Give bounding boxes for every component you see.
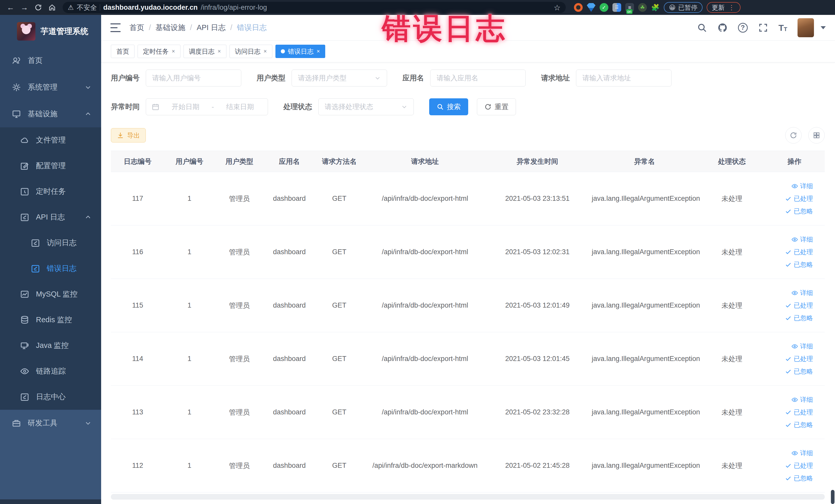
sidebar-item-redis-monitor[interactable]: Redis 监控 — [0, 307, 101, 333]
row-action-detail[interactable]: 详细 — [791, 396, 813, 404]
sidebar-item-cron-job[interactable]: 定时任务 — [0, 179, 101, 204]
cell-time: 2021-05-03 12:02:31 — [486, 248, 589, 256]
extension-icon[interactable] — [574, 3, 583, 12]
row-action-processed[interactable]: 已处理 — [785, 248, 813, 256]
sidebar-scrollbar[interactable] — [0, 499, 101, 504]
date-start-placeholder[interactable]: 开始日期 — [163, 102, 208, 112]
column-settings-button[interactable] — [808, 127, 825, 143]
github-icon[interactable] — [717, 23, 728, 33]
sidebar-item-file-manage[interactable]: 文件管理 — [0, 127, 101, 153]
page-scrollbar-thumb[interactable] — [831, 490, 834, 504]
tag-error-log[interactable]: 错误日志× — [276, 45, 325, 58]
tag-access-log[interactable]: 访问日志× — [229, 45, 272, 58]
cell-app-name: dashboard — [264, 408, 314, 416]
close-icon[interactable]: × — [218, 48, 221, 55]
cell-status: 未处理 — [700, 354, 764, 364]
cell-user-type: 管理员 — [214, 408, 264, 417]
sidebar-item-mysql-monitor[interactable]: MySQL 监控 — [0, 281, 101, 307]
tag-cron-job[interactable]: 定时任务× — [138, 45, 180, 58]
header-actions: ? TT — [697, 18, 826, 37]
user-avatar[interactable] — [797, 18, 814, 37]
paused-extension-pill[interactable]: 😀 已暂停 — [664, 2, 702, 13]
extension-icon[interactable]: ⠿ — [612, 3, 621, 12]
row-action-ignored[interactable]: 已忽略 — [785, 314, 813, 322]
sidebar-item-infra[interactable]: 基础设施 — [0, 101, 101, 127]
row-action-ignored[interactable]: 已忽略 — [785, 421, 813, 429]
extension-icon[interactable] — [587, 3, 595, 12]
sidebar-menu: 首页 系统管理 基础设施 文件管理 — [0, 47, 101, 504]
row-action-processed[interactable]: 已处理 — [785, 461, 813, 470]
row-action-detail[interactable]: 详细 — [791, 342, 813, 350]
cell-user-type: 管理员 — [214, 301, 264, 310]
close-icon[interactable]: × — [317, 48, 320, 55]
row-action-processed[interactable]: 已处理 — [785, 355, 813, 363]
export-button[interactable]: 导出 — [111, 128, 146, 142]
user-type-select[interactable]: 请选择用户类型 — [291, 69, 387, 86]
exception-time-range-picker[interactable]: 开始日期 - 结束日期 — [146, 98, 268, 115]
browser-back-button[interactable]: ← — [5, 2, 16, 13]
browser-menu-kebab-icon[interactable]: ⋮ — [728, 4, 735, 12]
user-id-label: 用户编号 — [111, 73, 140, 83]
col-time: 异常发生时间 — [486, 157, 589, 166]
breadcrumb-infra[interactable]: 基础设施 — [156, 23, 185, 33]
tag-schedule-log[interactable]: 调度日志× — [184, 45, 226, 58]
extensions-puzzle-icon[interactable]: 🧩 — [651, 3, 660, 12]
sidebar-item-dev-tools[interactable]: 研发工具 — [0, 410, 101, 437]
extension-icon[interactable]: ✓ — [599, 3, 608, 12]
row-action-ignored[interactable]: 已忽略 — [785, 260, 813, 269]
browser-reload-button[interactable] — [32, 2, 44, 13]
table-horizontal-scrollbar[interactable] — [111, 494, 825, 500]
row-action-processed[interactable]: 已处理 — [785, 301, 813, 310]
row-action-detail[interactable]: 详细 — [791, 288, 813, 297]
date-end-placeholder[interactable]: 结束日期 — [218, 102, 262, 112]
font-size-icon[interactable]: TT — [778, 23, 787, 32]
search-icon[interactable] — [697, 23, 707, 33]
row-action-detail[interactable]: 详细 — [791, 182, 813, 190]
row-action-detail[interactable]: 详细 — [791, 449, 813, 457]
sidebar-item-config-manage[interactable]: 配置管理 — [0, 153, 101, 179]
browser-home-button[interactable] — [46, 2, 58, 13]
extension-icon[interactable]: ≡ on — [625, 3, 634, 12]
refresh-table-button[interactable] — [785, 127, 802, 143]
sidebar-collapse-button[interactable] — [110, 23, 121, 32]
row-action-processed[interactable]: 已处理 — [785, 194, 813, 203]
avatar-caret-icon[interactable] — [821, 26, 826, 29]
help-icon[interactable]: ? — [738, 23, 748, 33]
breadcrumb-api-log[interactable]: API 日志 — [197, 23, 226, 33]
sidebar-item-tracing[interactable]: 链路追踪 — [0, 358, 101, 384]
bookmark-star-icon[interactable]: ☆ — [554, 3, 561, 12]
cell-exception: java.lang.IllegalArgumentException — [589, 408, 700, 416]
search-button[interactable]: 搜索 — [429, 98, 468, 115]
app-name-input[interactable] — [430, 70, 526, 86]
request-url-input[interactable] — [576, 70, 671, 86]
sidebar-item-home[interactable]: 首页 — [0, 47, 101, 74]
breadcrumb-home[interactable]: 首页 — [129, 23, 144, 33]
app-logo-row[interactable]: 芋道管理系统 — [0, 15, 101, 47]
cell-log-id: 114 — [111, 355, 165, 363]
sidebar-item-access-log[interactable]: 访问日志 — [0, 230, 101, 256]
sidebar-item-api-log[interactable]: API 日志 — [0, 204, 101, 230]
extension-icon[interactable]: ☘ — [638, 3, 647, 12]
row-action-ignored[interactable]: 已忽略 — [785, 474, 813, 482]
sidebar-item-java-monitor[interactable]: Java 监控 — [0, 333, 101, 358]
sidebar-item-system[interactable]: 系统管理 — [0, 74, 101, 101]
sidebar-item-log-center[interactable]: 日志中心 — [0, 384, 101, 410]
process-status-select[interactable]: 请选择处理状态 — [318, 98, 414, 115]
cell-url: /api/infra/db-doc/export-html — [364, 195, 486, 203]
user-id-input[interactable] — [146, 70, 241, 86]
cell-app-name: dashboard — [264, 248, 314, 256]
browser-update-button[interactable]: 更新 ⋮ — [707, 2, 740, 13]
row-action-ignored[interactable]: 已忽略 — [785, 207, 813, 216]
close-icon[interactable]: × — [264, 48, 267, 55]
tag-home[interactable]: 首页 — [111, 45, 135, 58]
fullscreen-icon[interactable] — [758, 23, 768, 33]
reset-button[interactable]: 重置 — [477, 98, 516, 115]
app-logo — [17, 22, 36, 41]
browser-forward-button[interactable]: → — [19, 2, 30, 13]
row-action-processed[interactable]: 已处理 — [785, 408, 813, 417]
row-action-detail[interactable]: 详细 — [791, 235, 813, 244]
eye-icon — [791, 289, 798, 296]
close-icon[interactable]: × — [172, 48, 175, 55]
row-action-ignored[interactable]: 已忽略 — [785, 367, 813, 376]
sidebar-item-error-log[interactable]: 错误日志 — [0, 256, 101, 281]
